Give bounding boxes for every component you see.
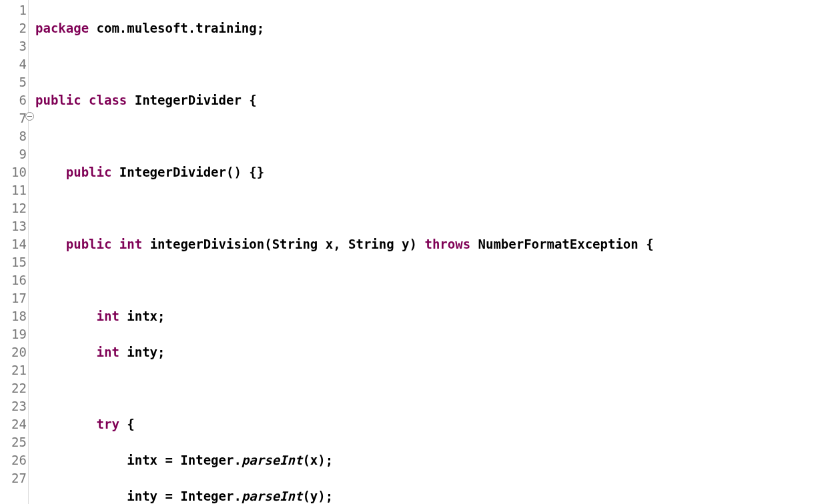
line-number-gutter: 1234567891011121314151617181920212223242…: [0, 0, 29, 504]
line-number: 17: [0, 289, 27, 307]
line-number: 9: [0, 145, 27, 163]
keyword-int: int: [119, 237, 142, 251]
keyword-throws: throws: [424, 237, 470, 251]
line-number: 22: [0, 379, 27, 397]
line-number: 10: [0, 163, 27, 181]
brace: {: [646, 237, 653, 251]
exception-type: NumberFormatException: [470, 237, 646, 251]
line-number: 7: [0, 109, 27, 127]
line-number: 2: [0, 19, 27, 37]
line-number: 5: [0, 73, 27, 91]
line-number: 4: [0, 55, 27, 73]
keyword-public: public: [66, 165, 112, 179]
static-method: parseInt: [242, 489, 303, 503]
line-number: 23: [0, 397, 27, 415]
fold-toggle-icon[interactable]: [25, 112, 34, 121]
var-decl: inty;: [119, 345, 165, 359]
line-number: 27: [0, 469, 27, 487]
line-number: 15: [0, 253, 27, 271]
line-number: 8: [0, 127, 27, 145]
code-editor: 1234567891011121314151617181920212223242…: [0, 0, 830, 504]
line-number: 14: [0, 235, 27, 253]
keyword-public: public: [35, 93, 81, 107]
keyword-int: int: [97, 345, 119, 359]
code-text: (y);: [302, 489, 333, 503]
keyword-try: try: [97, 417, 119, 431]
package-name: com.mulesoft.training;: [89, 21, 264, 35]
brace: {: [119, 417, 135, 431]
class-name: IntegerDivider: [127, 93, 249, 107]
keyword-public: public: [66, 237, 112, 251]
code-text: intx = Integer.: [127, 453, 242, 467]
line-number: 18: [0, 307, 27, 325]
line-number: 3: [0, 37, 27, 55]
var-decl: intx;: [119, 309, 165, 323]
line-number: 20: [0, 343, 27, 361]
line-number: 16: [0, 271, 27, 289]
static-method: parseInt: [242, 453, 303, 467]
keyword-int: int: [97, 309, 119, 323]
line-number: 13: [0, 217, 27, 235]
line-number: 25: [0, 433, 27, 451]
line-number: 11: [0, 181, 27, 199]
line-number: 26: [0, 451, 27, 469]
brace: {: [249, 93, 256, 107]
method-signature: integerDivision(String x, String y): [142, 237, 424, 251]
line-number: 6: [0, 91, 27, 109]
line-number: 1: [0, 1, 27, 19]
line-number: 21: [0, 361, 27, 379]
keyword-class: class: [89, 93, 127, 107]
line-number: 19: [0, 325, 27, 343]
code-text: (x);: [302, 453, 333, 467]
line-number: 12: [0, 199, 27, 217]
keyword-package: package: [35, 21, 89, 35]
constructor: IntegerDivider() {}: [111, 165, 264, 179]
code-area[interactable]: package com.mulesoft.training; public cl…: [29, 0, 830, 504]
code-text: inty = Integer.: [127, 489, 242, 503]
line-number: 24: [0, 415, 27, 433]
